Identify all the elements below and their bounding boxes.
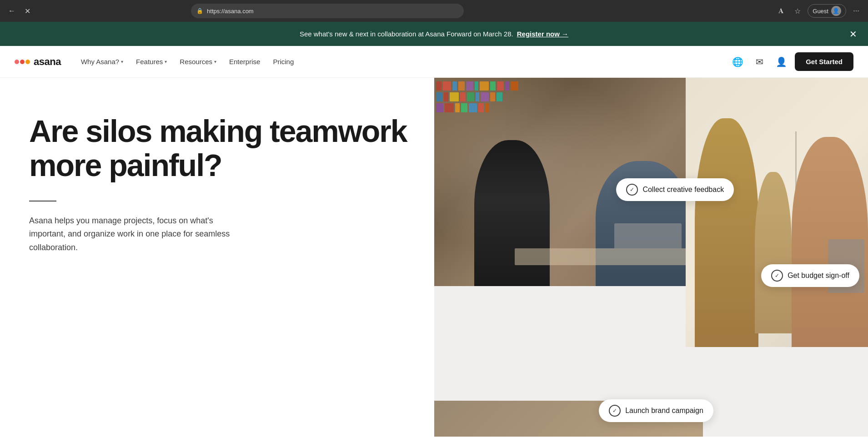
book [469,103,477,112]
more-button[interactable]: ··· [850,5,863,17]
book [497,81,504,91]
guest-button[interactable]: Guest 👤 [808,4,846,18]
logo[interactable]: asana [15,56,61,68]
launch-campaign-card: ✓ Launch brand campaign [599,399,713,422]
nav-pricing[interactable]: Pricing [267,54,299,69]
user-icon[interactable]: 👤 [773,54,789,70]
nav-why-asana-label: Why Asana? [81,58,119,65]
hero-description: Asana helps you manage projects, focus o… [29,214,238,255]
book [436,103,443,112]
book [452,81,457,91]
book [485,103,489,112]
book [461,103,467,112]
globe-icon[interactable]: 🌐 [729,54,746,70]
book [478,103,484,112]
check-icon: ✓ [771,270,783,282]
book [511,81,518,91]
check-icon: ✓ [626,184,638,196]
hero-images: ✓ Collect creative feedback ✓ Get budget… [434,78,868,437]
logo-dot-2 [20,60,25,64]
hero-section: Are silos making teamwork more painful? … [0,78,868,437]
logo-dot-1 [15,60,19,64]
collect-feedback-card: ✓ Collect creative feedback [616,178,734,201]
announcement-banner: See what's new & next in collaboration a… [0,22,868,46]
check-icon: ✓ [609,405,621,417]
book [476,92,479,101]
close-button[interactable]: ✕ [21,5,34,17]
book [490,81,496,91]
nav-features[interactable]: Features ▾ [130,54,172,69]
book [505,81,509,91]
book [445,103,454,112]
shelf-row [436,92,702,101]
banner-close-button[interactable]: ✕ [849,30,857,39]
laptop [614,223,682,248]
book [450,92,459,101]
navbar: asana Why Asana? ▾ Features ▾ Resources … [0,46,868,78]
desk-surface [515,248,690,265]
logo-dot-3 [25,60,30,64]
book [467,92,474,101]
address-bar[interactable]: 🔒 https://asana.com [191,4,464,18]
hero-left: Are silos making teamwork more painful? … [0,78,434,437]
nav-enterprise[interactable]: Enterprise [224,54,266,69]
banner-cta[interactable]: Register now → [517,30,568,38]
book [443,81,451,91]
browser-controls: ← ✕ [5,5,34,17]
book [466,81,473,91]
chevron-down-icon: ▾ [165,59,167,64]
book [497,92,502,101]
nav-links: Why Asana? ▾ Features ▾ Resources ▾ Ente… [75,54,729,69]
hero-right: ✓ Collect creative feedback ✓ Get budget… [434,78,868,437]
mail-icon[interactable]: ✉ [751,54,768,70]
nav-why-asana[interactable]: Why Asana? ▾ [75,54,129,69]
budget-signoff-card: ✓ Get budget sign-off [761,264,859,287]
launch-campaign-text: Launch brand campaign [625,407,703,415]
guest-label: Guest [813,8,828,15]
nav-enterprise-label: Enterprise [229,58,260,65]
nav-right: 🌐 ✉ 👤 Get Started [729,52,853,71]
nav-resources[interactable]: Resources ▾ [174,54,222,69]
back-button[interactable]: ← [5,5,18,17]
avatar: 👤 [831,6,841,16]
url-text: https://asana.com [207,8,254,15]
translate-icon[interactable]: 𝐀 [775,5,788,17]
browser-chrome: ← ✕ 🔒 https://asana.com 𝐀 ☆ Guest 👤 ··· [0,0,868,22]
get-started-button[interactable]: Get Started [795,52,853,71]
chevron-down-icon: ▾ [121,59,123,64]
person-silhouette [695,118,758,347]
nav-resources-label: Resources [180,58,212,65]
person-silhouette [755,172,791,333]
book [481,92,489,101]
office-image-2 [686,78,868,347]
logo-text: asana [34,56,61,68]
collect-feedback-text: Collect creative feedback [642,186,724,194]
book [458,81,465,91]
budget-signoff-text: Get budget sign-off [788,272,849,280]
book [480,81,489,91]
book [475,81,478,91]
hero-title: Are silos making teamwork more painful? [29,114,412,182]
nav-pricing-label: Pricing [273,58,294,65]
nav-features-label: Features [136,58,163,65]
hero-divider [29,201,56,201]
book [436,92,442,101]
book [460,92,466,101]
banner-text: See what's new & next in collaboration a… [300,30,513,38]
book [490,92,495,101]
shelf-row [436,81,702,91]
lock-icon: 🔒 [196,8,203,14]
browser-right-icons: 𝐀 ☆ Guest 👤 ··· [775,4,863,18]
shelf-row [436,103,702,112]
logo-icon [15,60,30,64]
chevron-down-icon: ▾ [214,59,216,64]
book [455,103,460,112]
bookmark-icon[interactable]: ☆ [791,5,804,17]
book [436,81,442,91]
book [444,92,448,101]
